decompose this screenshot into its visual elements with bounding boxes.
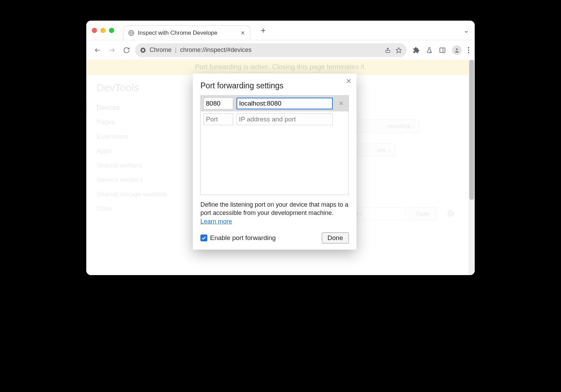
sidebar-item-service-workers[interactable]: Service workers [97,173,186,187]
address-path: chrome://inspect/#devices [180,46,252,54]
sidebar-heading: DevTools [97,82,186,94]
vertical-scrollbar[interactable] [469,60,475,275]
tab-strip: Inspect with Chrome Develope ✕ + ⌄ [86,21,475,40]
configure-button[interactable]: ure... [351,144,396,157]
open-url-input[interactable]: url [351,207,406,220]
port-input[interactable] [204,98,233,109]
dialog-title: Port forwarding settings [200,81,349,90]
port-input-placeholder[interactable] [204,113,233,125]
share-icon[interactable] [385,47,391,53]
sidebar-item-devices[interactable]: Devices [97,100,186,115]
globe-icon [128,30,134,36]
sidebar-item-shared-storage-worklets[interactable]: Shared storage worklets [97,187,186,202]
open-button[interactable]: Open [409,207,437,220]
port-rules-list: ✕ ✕ [200,95,349,195]
new-tab-button[interactable]: + [261,25,266,36]
port-forwarding-button[interactable]: rwarding... [351,120,420,133]
dialog-close-icon[interactable]: ✕ [346,77,352,85]
labs-flask-icon[interactable] [426,47,433,54]
panel-icon[interactable] [439,47,446,54]
devtools-sidebar: DevTools Devices Pages Extensions Apps S… [86,75,186,216]
info-icon[interactable]: i [447,210,454,217]
window-controls [92,28,114,33]
port-forwarding-dialog: ✕ Port forwarding settings ✕ ✕ Define th… [193,74,356,250]
tabs-chevron-icon[interactable]: ⌄ [463,26,469,34]
learn-more-link[interactable]: Learn more [200,218,232,225]
sidebar-item-shared-workers[interactable]: Shared workers [97,158,186,173]
maximize-window-button[interactable] [109,28,114,33]
svg-point-9 [430,52,431,53]
address-chip: Chrome [150,46,172,54]
close-window-button[interactable] [92,28,97,33]
port-rule-row-empty: ✕ [201,111,349,127]
browser-tab[interactable]: Inspect with Chrome Develope ✕ [123,25,250,40]
dialog-footer: Enable port forwarding Done [200,232,349,243]
tab-title: Inspect with Chrome Develope [138,30,237,36]
enable-label: Enable port forwarding [210,234,276,242]
port-rule-row: ✕ [201,96,349,111]
sidebar-item-pages[interactable]: Pages [97,115,186,129]
sidebar-item-apps[interactable]: Apps [97,144,186,158]
svg-point-6 [142,49,144,51]
address-separator: | [175,46,177,54]
address-input[interactable] [236,98,333,109]
reload-button[interactable] [121,44,132,56]
scrollbar-thumb[interactable] [469,60,474,200]
browser-menu-icon[interactable] [468,47,469,53]
browser-window: Inspect with Chrome Develope ✕ + ⌄ Chrom… [86,21,475,275]
address-input-placeholder[interactable] [236,113,333,125]
close-tab-icon[interactable]: ✕ [241,30,245,36]
bookmark-star-icon[interactable] [396,47,402,53]
dialog-description: Define the listening port on your device… [200,200,349,226]
checkbox-checked-icon [200,235,207,241]
sidebar-item-extensions[interactable]: Extensions [97,129,186,144]
chrome-logo-icon [140,47,146,53]
toolbar-right-icons [413,45,469,55]
address-bar[interactable]: Chrome | chrome://inspect/#devices [135,43,407,57]
profile-avatar[interactable] [452,45,462,55]
extensions-icon[interactable] [413,47,420,54]
minimize-window-button[interactable] [100,28,106,33]
done-button[interactable]: Done [322,232,349,243]
browser-toolbar: Chrome | chrome://inspect/#devices [86,40,475,60]
port-forwarding-banner: Port forwarding is active. Closing this … [86,60,475,75]
svg-marker-8 [396,47,402,53]
page-body: Port forwarding is active. Closing this … [86,60,475,275]
svg-point-12 [456,48,458,50]
person-icon [454,47,460,53]
sidebar-item-other[interactable]: Other [97,202,186,216]
delete-rule-icon[interactable]: ✕ [336,100,346,107]
svg-rect-10 [440,48,445,52]
forward-button[interactable] [106,44,118,56]
back-button[interactable] [92,44,103,56]
enable-port-forwarding-checkbox[interactable]: Enable port forwarding [200,234,276,242]
